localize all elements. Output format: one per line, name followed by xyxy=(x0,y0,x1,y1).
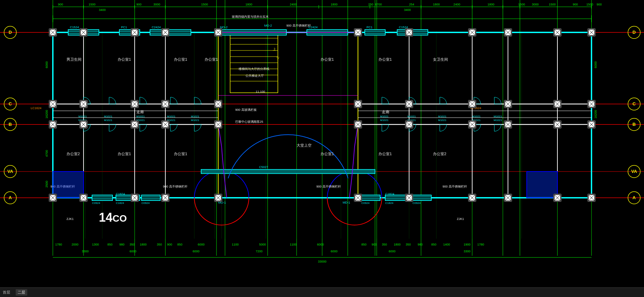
cad-canvas: 首层 二层 xyxy=(0,0,644,297)
bottom-bar: 首层 二层 xyxy=(0,287,644,297)
tab-first-floor[interactable]: 首层 xyxy=(3,290,10,295)
drawing-canvas xyxy=(0,0,644,287)
tab-second-floor[interactable]: 二层 xyxy=(16,289,27,296)
